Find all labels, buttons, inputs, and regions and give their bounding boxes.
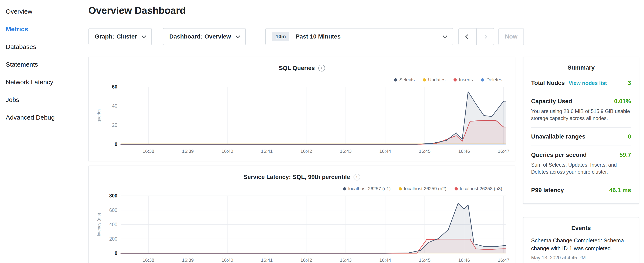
view-nodes-list-link[interactable]: View nodes list: [568, 80, 607, 86]
summary-value: 46.1 ms: [609, 187, 631, 194]
legend-item[interactable]: Deletes: [481, 77, 502, 83]
svg-text:16:45: 16:45: [419, 149, 430, 154]
svg-text:16:43: 16:43: [340, 149, 352, 154]
toolbar: Graph: Cluster Dashboard: Overview 10m P…: [88, 28, 524, 45]
svg-text:60: 60: [112, 85, 117, 90]
sidebar-item-databases[interactable]: Databases: [0, 38, 84, 56]
svg-text:800: 800: [109, 194, 117, 198]
legend-item[interactable]: localhost:26257 (n1): [343, 186, 390, 191]
chart-title: SQL Queries: [279, 65, 315, 72]
svg-text:16:44: 16:44: [379, 149, 391, 154]
chart-title: Service Latency: SQL, 99th percentile: [244, 174, 350, 180]
chevron-down-icon: [443, 34, 447, 38]
dashboard-value: Overview: [204, 33, 231, 40]
sidebar-item-metrics[interactable]: Metrics: [0, 20, 84, 38]
legend-item[interactable]: Inserts: [454, 77, 473, 83]
svg-text:20: 20: [112, 122, 117, 128]
page-title: Overview Dashboard: [88, 5, 186, 16]
sidebar-item-overview[interactable]: Overview: [0, 3, 84, 20]
sidebar-item-network-latency[interactable]: Network Latency: [0, 73, 84, 91]
dashboard-dropdown[interactable]: Dashboard: Overview: [163, 28, 246, 45]
summary-value: 59.7: [620, 151, 631, 158]
summary-label: Total Nodes: [531, 80, 565, 86]
svg-text:400: 400: [109, 222, 117, 227]
legend-dot-icon: [399, 187, 402, 190]
summary-label: Capacity Used: [531, 98, 572, 105]
svg-text:16:39: 16:39: [182, 149, 194, 154]
legend-item[interactable]: localhost:26259 (n2): [399, 186, 446, 191]
svg-text:16:39: 16:39: [182, 257, 194, 263]
sidebar-item-advanced-debug[interactable]: Advanced Debug: [0, 109, 84, 126]
legend-label: Inserts: [459, 77, 473, 83]
graph-scope-label: Graph:: [95, 33, 114, 40]
time-step-back-button[interactable]: [459, 29, 476, 45]
summary-title: Summary: [531, 63, 631, 74]
chart-canvas: 020406016:3816:3916:4016:4116:4216:4316:…: [93, 85, 510, 157]
now-button[interactable]: Now: [498, 28, 524, 45]
svg-text:16:46: 16:46: [458, 257, 470, 263]
chart-legend: SelectsUpdatesInsertsDeletes: [394, 77, 502, 83]
info-icon[interactable]: i: [318, 65, 325, 72]
event-timestamp: May 13, 2020 at 4:45 PM: [531, 255, 631, 261]
info-icon[interactable]: i: [354, 174, 360, 180]
summary-caption: You are using 28.6 MiB of 515.9 GiB usab…: [531, 108, 631, 122]
svg-text:16:42: 16:42: [300, 149, 312, 154]
svg-text:16:38: 16:38: [142, 149, 154, 154]
legend-dot-icon: [481, 78, 484, 82]
summary-row-capacity-used: Capacity Used 0.01% You are using 28.6 M…: [531, 92, 631, 127]
events-panel: Events Schema Change Completed: Schema c…: [523, 217, 639, 263]
legend-dot-icon: [454, 187, 458, 190]
svg-text:16:42: 16:42: [300, 257, 312, 263]
chevron-down-icon: [142, 34, 146, 38]
svg-text:16:46: 16:46: [458, 149, 470, 154]
legend-label: localhost:26258 (n3): [460, 186, 502, 191]
chart-canvas: 020040060080016:3816:3916:4016:4116:4216…: [93, 194, 510, 263]
summary-row-p99-latency: P99 latency 46.1 ms: [531, 181, 631, 199]
summary-row-queries-per-second: Queries per second 59.7 Sum of Selects, …: [531, 146, 631, 181]
legend-item[interactable]: Updates: [423, 77, 446, 83]
graph-scope-dropdown[interactable]: Graph: Cluster: [88, 28, 152, 45]
time-range-badge: 10m: [272, 32, 289, 41]
svg-text:0: 0: [114, 141, 117, 147]
dashboard-label: Dashboard:: [169, 33, 202, 40]
service-latency-chart-card: Service Latency: SQL, 99th percentile i …: [88, 166, 515, 263]
sidebar-item-statements[interactable]: Statements: [0, 56, 84, 73]
svg-text:queries: queries: [96, 109, 101, 123]
summary-label: P99 latency: [531, 187, 564, 194]
summary-caption: Sum of Selects, Updates, Inserts, and De…: [531, 161, 631, 175]
legend-label: localhost:26257 (n1): [348, 186, 390, 191]
time-range-value: Past 10 Minutes: [296, 33, 340, 40]
chevron-right-icon: [483, 35, 487, 39]
sidebar-item-jobs[interactable]: Jobs: [0, 91, 84, 109]
svg-text:16:44: 16:44: [379, 257, 391, 263]
svg-text:16:43: 16:43: [340, 257, 352, 263]
summary-label: Unavailable ranges: [531, 133, 585, 140]
legend-item[interactable]: localhost:26258 (n3): [454, 186, 502, 191]
svg-text:16:45: 16:45: [419, 257, 430, 263]
svg-text:latency (ms): latency (ms): [96, 213, 101, 236]
legend-item[interactable]: Selects: [394, 77, 414, 83]
time-step-buttons: [458, 28, 494, 45]
sidebar: Overview Metrics Databases Statements Ne…: [0, 0, 84, 263]
summary-value: 0.01%: [614, 98, 631, 105]
summary-label: Queries per second: [531, 151, 586, 158]
legend-label: Selects: [399, 77, 414, 83]
chevron-down-icon: [236, 34, 240, 38]
chart-plot-area: 020040060080016:3816:3916:4016:4116:4216…: [93, 194, 510, 263]
legend-label: localhost:26259 (n2): [404, 186, 446, 191]
time-range-dropdown[interactable]: 10m Past 10 Minutes: [265, 28, 453, 45]
event-item: Schema Change Completed: Schema change w…: [531, 237, 631, 261]
time-step-forward-button[interactable]: [476, 29, 494, 45]
summary-value: 0: [628, 133, 631, 140]
summary-panel: Summary Total Nodes View nodes list 3 Ca…: [523, 57, 639, 204]
svg-text:0: 0: [114, 250, 117, 256]
event-message: Schema Change Completed: Schema change w…: [531, 237, 631, 252]
svg-text:16:41: 16:41: [261, 149, 272, 154]
legend-dot-icon: [343, 187, 346, 190]
chart-legend: localhost:26257 (n1)localhost:26259 (n2)…: [343, 186, 502, 191]
sql-queries-chart-card: SQL Queries i SelectsUpdatesInsertsDelet…: [88, 57, 515, 161]
svg-text:16:40: 16:40: [222, 257, 233, 263]
legend-label: Updates: [428, 77, 446, 83]
chart-plot-area: 020406016:3816:3916:4016:4116:4216:4316:…: [93, 85, 510, 157]
graph-scope-value: Cluster: [116, 33, 137, 40]
